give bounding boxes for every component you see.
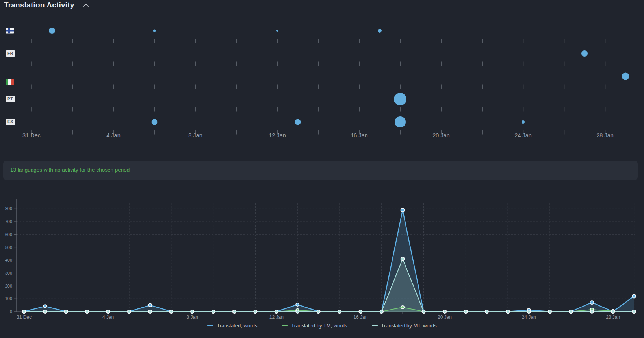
activity-bubble-es-18-Jan[interactable]: [395, 116, 406, 127]
legend-item-2[interactable]: Translated by MT, words: [372, 323, 437, 329]
widget-header: Translation Activity: [4, 1, 90, 9]
finnish-flag-icon: [6, 28, 14, 34]
data-point[interactable]: [590, 310, 594, 313]
punchcard-tick: [31, 107, 32, 112]
y-axis-label: 300: [5, 271, 12, 275]
data-point[interactable]: [148, 304, 152, 307]
data-point[interactable]: [611, 310, 614, 313]
punchcard-tick: [441, 85, 442, 89]
punchcard-tick: [605, 39, 605, 43]
data-point[interactable]: [401, 306, 404, 309]
data-point[interactable]: [443, 310, 446, 313]
data-point[interactable]: [296, 310, 299, 313]
punchcard-tick: [605, 85, 605, 89]
data-point[interactable]: [401, 257, 405, 260]
y-axis-label: 500: [5, 245, 12, 250]
data-point[interactable]: [569, 310, 572, 313]
punchcard-tick: [113, 39, 114, 43]
punchcard-tick: [31, 85, 32, 89]
activity-bubble-fr-27-Jan[interactable]: [581, 50, 588, 57]
data-point[interactable]: [254, 310, 257, 313]
legend-color-dash: [282, 325, 288, 326]
punchcard-tick: [277, 85, 278, 89]
x-axis-label: 16 Jan: [353, 314, 367, 320]
series-line-0: [24, 210, 634, 312]
data-point[interactable]: [506, 310, 509, 313]
data-point[interactable]: [43, 305, 46, 308]
punchcard-x-label: 4 Jan: [106, 132, 120, 139]
legend-item-0[interactable]: Translated, words: [207, 323, 257, 329]
punchcard-tick: [482, 39, 483, 43]
punchcard-tick: [523, 107, 523, 112]
punchcard-tick: [195, 107, 196, 112]
data-point[interactable]: [590, 301, 594, 304]
legend-label: Translated by TM, words: [291, 323, 347, 329]
data-point[interactable]: [43, 310, 46, 313]
data-point[interactable]: [148, 310, 152, 313]
punchcard-tick: [482, 85, 483, 89]
data-point[interactable]: [359, 310, 362, 313]
activity-bubble-fi-6-Jan[interactable]: [153, 30, 156, 32]
activity-bubble-fi-1-Jan[interactable]: [49, 28, 55, 34]
activity-bubble-es-13-Jan[interactable]: [295, 119, 301, 125]
data-point[interactable]: [85, 310, 89, 313]
data-point[interactable]: [527, 310, 531, 313]
chevron-up-icon: [83, 4, 89, 7]
legend-color-dash: [372, 325, 378, 326]
y-axis-label: 600: [5, 232, 12, 237]
data-point[interactable]: [212, 310, 215, 313]
activity-bubble-pt-18-Jan[interactable]: [394, 93, 406, 105]
italian-flag-icon: [6, 79, 14, 85]
no-activity-languages-link[interactable]: 13 languages with no activity for the ch…: [10, 167, 130, 174]
data-point[interactable]: [107, 310, 110, 313]
language-activity-punchcard: FRPTES31 Dec4 Jan8 Jan12 Jan16 Jan20 Jan…: [0, 19, 644, 144]
punchcard-x-label: 8 Jan: [188, 132, 202, 139]
data-point[interactable]: [275, 310, 278, 313]
activity-bubble-es-6-Jan[interactable]: [152, 119, 158, 125]
data-point[interactable]: [317, 310, 320, 313]
punchcard-tick: [236, 107, 237, 112]
data-point[interactable]: [22, 310, 26, 313]
series-area-0: [24, 210, 634, 312]
language-badge-fr: FR: [6, 50, 15, 57]
data-point[interactable]: [401, 208, 405, 212]
translation-activity-widget: Translation Activity FRPTES31 Dec4 Jan8 …: [0, 0, 644, 338]
page-title: Translation Activity: [4, 1, 74, 9]
data-point[interactable]: [633, 310, 636, 313]
punchcard-tick: [359, 39, 360, 43]
activity-bubble-es-24-Jan[interactable]: [522, 120, 525, 124]
punchcard-tick: [400, 62, 401, 66]
punchcard-tick: [277, 62, 278, 66]
legend-label: Translated, words: [217, 323, 257, 329]
data-point[interactable]: [632, 294, 636, 298]
data-point[interactable]: [464, 310, 467, 313]
punchcard-tick: [113, 107, 114, 112]
punchcard-tick: [523, 85, 523, 89]
data-point[interactable]: [128, 310, 131, 313]
activity-bubble-fi-12-Jan[interactable]: [276, 30, 278, 32]
data-point[interactable]: [65, 310, 68, 313]
data-point[interactable]: [191, 310, 194, 313]
data-point[interactable]: [338, 310, 341, 313]
data-point[interactable]: [422, 310, 425, 313]
punchcard-tick: [318, 39, 319, 43]
punchcard-tick: [523, 39, 523, 43]
punchcard-tick: [72, 85, 73, 89]
y-axis-label: 400: [5, 258, 12, 262]
legend-item-1[interactable]: Translated by TM, words: [282, 323, 347, 329]
data-point[interactable]: [233, 310, 236, 313]
data-point[interactable]: [548, 310, 551, 313]
data-point[interactable]: [296, 303, 299, 306]
data-point[interactable]: [485, 310, 488, 313]
activity-bubble-fi-17-Jan[interactable]: [378, 29, 382, 33]
punchcard-tick: [154, 62, 155, 66]
language-badge-es: ES: [6, 119, 15, 125]
data-point[interactable]: [380, 310, 383, 313]
series-line-2: [24, 259, 634, 312]
data-point[interactable]: [170, 310, 173, 313]
punchcard-tick: [31, 62, 32, 66]
punchcard-tick: [72, 39, 73, 43]
activity-bubble-it-29-Jan[interactable]: [622, 73, 629, 80]
collapse-section-button[interactable]: [82, 2, 90, 8]
punchcard-tick: [605, 62, 605, 66]
